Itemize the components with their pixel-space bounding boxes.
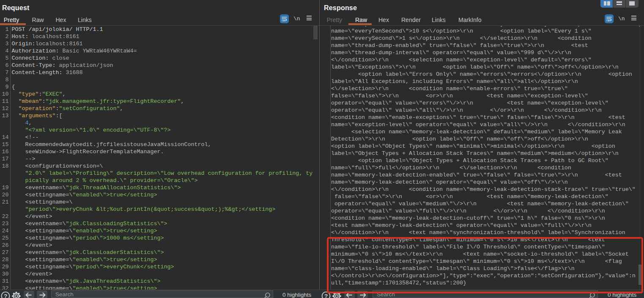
svg-text:?: ? xyxy=(324,293,328,298)
svg-text:?: ? xyxy=(4,293,7,298)
